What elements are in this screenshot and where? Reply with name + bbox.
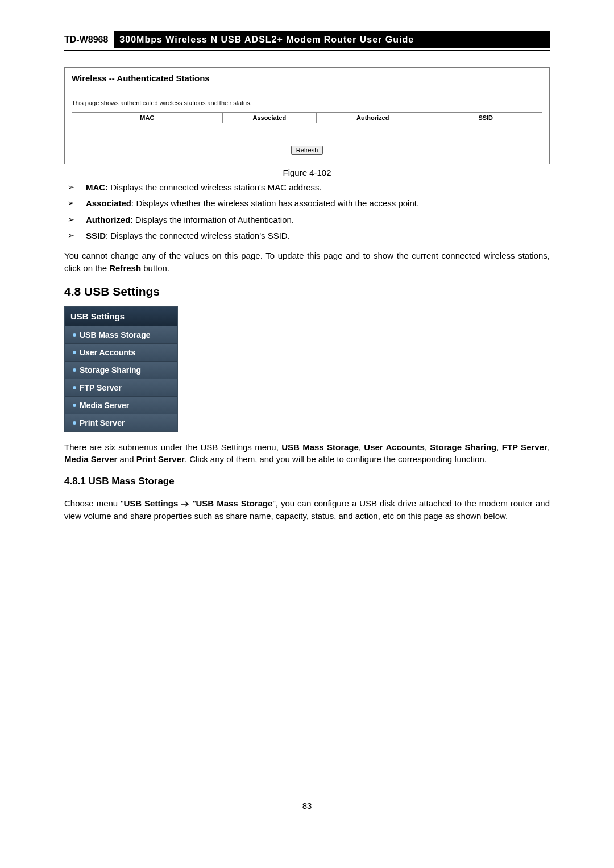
nav-item-storage-sharing[interactable]: Storage Sharing: [65, 361, 177, 379]
list-item: Associated: Displays whether the wireles…: [64, 198, 550, 209]
doc-header: TD-W8968 300Mbps Wireless N USB ADSL2+ M…: [64, 31, 550, 48]
page-number: 83: [64, 801, 550, 811]
nav-item-media-server[interactable]: Media Server: [65, 396, 177, 414]
stations-table: MAC Associated Authorized SSID: [72, 112, 542, 123]
term: Storage Sharing: [430, 442, 496, 452]
mac-desc: Displays the connected wireless station'…: [108, 182, 322, 192]
model-label: TD-W8968: [64, 31, 114, 48]
refresh-button[interactable]: Refresh: [291, 146, 323, 155]
header-underline: [64, 50, 550, 51]
term: Print Server: [136, 454, 185, 464]
associated-term: Associated: [86, 198, 131, 208]
nav-label: User Accounts: [80, 348, 135, 357]
nav-item-usb-mass-storage[interactable]: USB Mass Storage: [65, 326, 177, 343]
text: ,: [425, 442, 430, 452]
authorized-desc: : Displays the information of Authentica…: [130, 215, 294, 225]
term: User Accounts: [364, 442, 424, 452]
text: ,: [547, 442, 550, 452]
text: and: [117, 454, 136, 464]
bullet-icon: [73, 404, 76, 407]
arrow-right-icon: [181, 501, 190, 507]
term: USB Mass Storage: [281, 442, 359, 452]
list-item: Authorized: Displays the information of …: [64, 214, 550, 226]
text: . Click any of them, and you will be abl…: [185, 454, 487, 464]
nav-item-ftp-server[interactable]: FTP Server: [65, 379, 177, 396]
menu-path-1: USB Settings: [123, 499, 178, 508]
nav-item-print-server[interactable]: Print Server: [65, 414, 177, 431]
bullet-icon: [73, 368, 76, 372]
text: There are six submenus under the USB Set…: [64, 442, 281, 452]
refresh-word: Refresh: [109, 263, 141, 273]
text: button.: [141, 263, 169, 273]
nav-item-user-accounts[interactable]: User Accounts: [65, 343, 177, 361]
term: Media Server: [64, 454, 117, 464]
bullet-icon: [73, 333, 76, 337]
stations-panel: Wireless -- Authenticated Stations This …: [64, 67, 550, 164]
mac-term: MAC:: [86, 182, 108, 192]
nav-header: USB Settings: [65, 307, 177, 326]
refresh-note: You cannot change any of the values on t…: [64, 250, 550, 275]
usb-mass-storage-intro: Choose menu "USB Settings "USB Mass Stor…: [64, 497, 550, 522]
panel-description: This page shows authenticated wireless s…: [72, 99, 542, 106]
text: Choose menu ": [64, 499, 123, 508]
col-mac: MAC: [72, 113, 223, 123]
nav-label: Print Server: [80, 418, 125, 427]
submenu-description: There are six submenus under the USB Set…: [64, 441, 550, 466]
divider: [72, 136, 542, 136]
text: ": [190, 499, 196, 508]
doc-title: 300Mbps Wireless N USB ADSL2+ Modem Rout…: [114, 31, 550, 48]
nav-label: Media Server: [80, 401, 129, 410]
bullet-icon: [73, 421, 76, 425]
divider: [72, 89, 542, 89]
ssid-desc: : Displays the connected wireless statio…: [106, 231, 290, 240]
bullet-icon: [73, 386, 76, 389]
menu-path-2: USB Mass Storage: [196, 499, 273, 508]
term: FTP Server: [502, 442, 547, 452]
section-4-8-1-heading: 4.8.1 USB Mass Storage: [64, 476, 550, 487]
list-item: SSID: Displays the connected wireless st…: [64, 230, 550, 242]
list-item: MAC: Displays the connected wireless sta…: [64, 182, 550, 193]
associated-desc: : Displays whether the wireless station …: [131, 198, 419, 208]
figure-caption: Figure 4-102: [64, 168, 550, 177]
usb-settings-nav: USB Settings USB Mass Storage User Accou…: [64, 306, 178, 432]
col-associated: Associated: [222, 113, 316, 123]
nav-label: FTP Server: [80, 383, 122, 392]
text: ,: [496, 442, 501, 452]
section-4-8-heading: 4.8 USB Settings: [64, 285, 550, 298]
authorized-term: Authorized: [86, 215, 130, 225]
field-descriptions: MAC: Displays the connected wireless sta…: [64, 182, 550, 242]
panel-heading: Wireless -- Authenticated Stations: [72, 73, 542, 83]
nav-label: Storage Sharing: [80, 366, 141, 375]
text: ,: [359, 442, 364, 452]
col-authorized: Authorized: [317, 113, 429, 123]
col-ssid: SSID: [429, 113, 542, 123]
bullet-icon: [73, 351, 76, 354]
ssid-term: SSID: [86, 231, 106, 240]
nav-label: USB Mass Storage: [80, 330, 150, 339]
